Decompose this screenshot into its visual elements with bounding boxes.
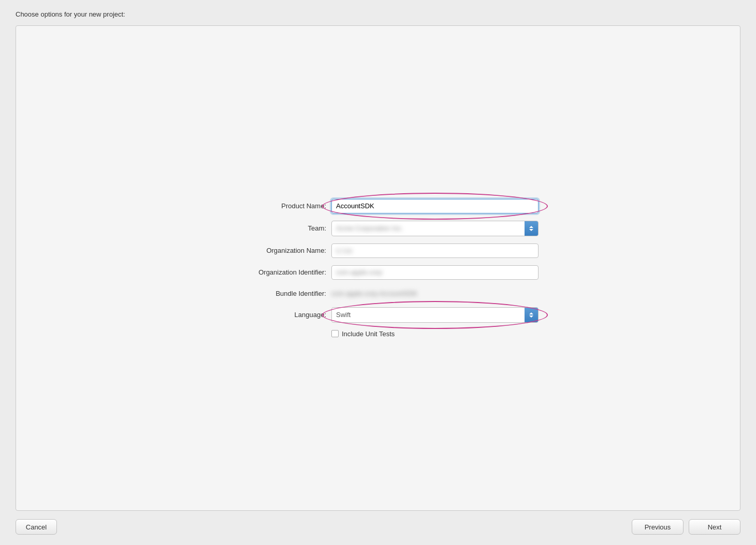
org-name-label: Organization Name: (217, 247, 331, 254)
team-chevron-icon[interactable] (525, 221, 538, 236)
language-chevron-up (529, 312, 533, 314)
product-name-label: Product Name: (217, 202, 331, 210)
language-chevron-icon[interactable] (525, 308, 538, 322)
team-select-container[interactable]: Acme Corporation Inc. (331, 221, 539, 236)
bundle-id-field: com.apple.corp.AccountSDK (331, 287, 539, 300)
team-value: Acme Corporation Inc. (332, 222, 525, 235)
team-field: Acme Corporation Inc. (331, 221, 539, 236)
bundle-id-blurred: com.apple.corp.AccountSDK (331, 290, 417, 297)
org-identifier-label: Organization Identifier: (217, 268, 331, 276)
team-blurred-text: Acme Corporation Inc. (336, 224, 403, 232)
unit-tests-row: Include Unit Tests (217, 330, 539, 338)
product-name-field (331, 199, 539, 213)
org-identifier-blurred: com.apple.corp (336, 268, 382, 276)
footer-left: Cancel (16, 519, 57, 535)
language-value: Swift (332, 308, 525, 321)
product-name-row: Product Name: (217, 199, 539, 213)
bundle-id-row: Bundle Identifier: com.apple.corp.Accoun… (217, 287, 539, 300)
language-chevron-down (529, 315, 533, 318)
chevron-down-icon (529, 229, 533, 231)
language-label: Language: (217, 311, 331, 319)
form-container: Product Name: Team: Acme Corporation Inc… (217, 199, 539, 338)
org-name-blurred: Li Liu (336, 247, 352, 254)
product-name-input[interactable] (331, 199, 539, 213)
page-title: Choose options for your new project: (16, 10, 740, 18)
previous-button[interactable]: Previous (632, 519, 684, 535)
unit-tests-label: Include Unit Tests (342, 330, 395, 338)
team-label: Team: (217, 224, 331, 232)
footer-right: Previous Next (632, 519, 740, 535)
main-panel: Product Name: Team: Acme Corporation Inc… (16, 25, 740, 511)
language-select-container[interactable]: Swift (331, 307, 539, 323)
footer: Cancel Previous Next (16, 519, 740, 535)
unit-tests-checkbox[interactable] (331, 330, 339, 337)
language-row: Language: Swift (217, 307, 539, 323)
org-identifier-field: com.apple.corp (331, 265, 539, 280)
bundle-id-label: Bundle Identifier: (217, 290, 331, 297)
cancel-button[interactable]: Cancel (16, 519, 57, 535)
org-name-row: Organization Name: Li Liu (217, 243, 539, 258)
org-identifier-row: Organization Identifier: com.apple.corp (217, 265, 539, 280)
language-field: Swift (331, 307, 539, 323)
org-name-field: Li Liu (331, 243, 539, 258)
next-button[interactable]: Next (689, 519, 740, 535)
team-row: Team: Acme Corporation Inc. (217, 221, 539, 236)
chevron-up-icon (529, 226, 533, 228)
